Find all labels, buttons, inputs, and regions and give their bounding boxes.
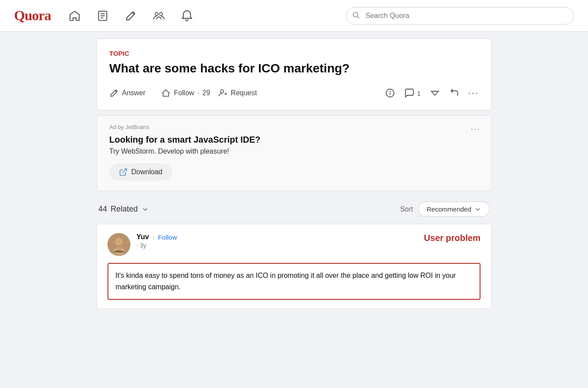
topic-label: Topic xyxy=(109,50,479,57)
answer-button[interactable]: Answer xyxy=(109,85,153,101)
avatar xyxy=(108,233,130,256)
share-button[interactable] xyxy=(449,88,459,98)
ad-title: Looking for a smart JavaScript IDE? xyxy=(109,135,479,145)
quora-logo[interactable]: Quora xyxy=(14,7,51,24)
related-toggle[interactable]: 44 Related xyxy=(98,205,149,214)
svg-point-7 xyxy=(353,12,358,17)
external-link-icon xyxy=(119,168,128,176)
home-icon[interactable] xyxy=(68,10,81,22)
more-options-button[interactable]: ··· xyxy=(468,87,479,99)
people-icon[interactable] xyxy=(153,10,165,22)
nav-icons xyxy=(68,10,193,22)
sort-area: Sort Recommended xyxy=(400,201,490,217)
svg-point-19 xyxy=(115,238,123,246)
request-icon xyxy=(218,88,228,98)
answer-card: Yuv · Follow · 3y User problem It's kind… xyxy=(97,224,491,309)
sort-button[interactable]: Recommended xyxy=(418,201,490,217)
related-label: Related xyxy=(111,205,138,214)
downvote-button[interactable] xyxy=(430,88,440,98)
related-count: 44 xyxy=(98,205,107,214)
header: Quora xyxy=(0,0,588,32)
topic-title: What are some hacks for ICO marketing? xyxy=(109,61,479,76)
ad-label: Ad by JetBrains xyxy=(109,124,479,130)
answer-header: Yuv · Follow · 3y User problem xyxy=(108,233,480,256)
user-name: Yuv xyxy=(136,233,149,241)
topic-actions: Answer Follow · 29 Request xyxy=(109,85,479,101)
answer-text: It's kinda easy to spend tons of money a… xyxy=(108,263,480,299)
avatar-svg xyxy=(108,233,130,256)
comment-icon xyxy=(404,88,415,98)
user-problem-badge: User problem xyxy=(424,233,480,243)
search-input[interactable] xyxy=(346,7,574,25)
follow-button[interactable]: Follow · 29 xyxy=(161,88,210,98)
ad-more-button[interactable]: ··· xyxy=(470,124,480,134)
chevron-down-icon xyxy=(141,205,149,213)
info-icon xyxy=(385,88,395,98)
svg-line-8 xyxy=(357,16,359,18)
topic-card: Topic What are some hacks for ICO market… xyxy=(97,39,491,110)
svg-marker-16 xyxy=(431,91,438,95)
downvote-icon xyxy=(430,88,440,98)
sort-chevron-icon xyxy=(474,206,481,213)
user-info: Yuv · Follow · 3y xyxy=(136,233,177,249)
answer-icon xyxy=(109,88,119,98)
answer-time: · 3y xyxy=(136,242,177,249)
follow-icon xyxy=(161,88,171,98)
list-icon[interactable] xyxy=(97,10,109,22)
ad-description: Try WebStorm. Develop with pleasure! xyxy=(109,147,479,155)
user-row: Yuv · Follow xyxy=(136,233,177,241)
svg-point-5 xyxy=(155,12,158,15)
request-button[interactable]: Request xyxy=(218,85,265,101)
bell-icon[interactable] xyxy=(181,10,193,22)
ad-card: Ad by JetBrains ··· Looking for a smart … xyxy=(97,115,491,191)
action-right: 1 ··· xyxy=(385,87,479,99)
user-follow-link[interactable]: Follow xyxy=(158,234,177,241)
search-bar xyxy=(346,7,574,25)
edit-icon[interactable] xyxy=(125,10,137,22)
svg-point-6 xyxy=(159,12,162,15)
avatar-image xyxy=(108,233,130,256)
share-icon xyxy=(449,88,459,98)
svg-point-10 xyxy=(220,90,223,93)
svg-line-17 xyxy=(122,169,126,173)
sort-label: Sort xyxy=(400,205,413,213)
search-icon xyxy=(352,11,360,21)
comment-button[interactable]: 1 xyxy=(404,88,420,98)
download-button[interactable]: Download xyxy=(109,163,172,181)
main-content: Topic What are some hacks for ICO market… xyxy=(97,39,491,309)
info-button[interactable] xyxy=(385,88,395,98)
related-bar: 44 Related Sort Recommended xyxy=(97,194,491,224)
